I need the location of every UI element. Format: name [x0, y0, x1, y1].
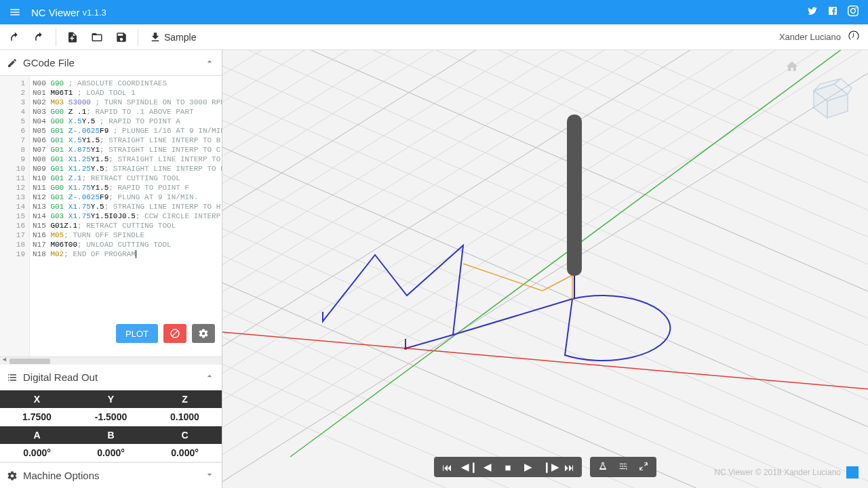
svg-line-28: [222, 118, 868, 470]
view-cube[interactable]: [800, 70, 854, 125]
stop-button[interactable]: ■: [502, 462, 514, 473]
svg-line-27: [222, 91, 868, 443]
dro-header-y: Y: [74, 390, 148, 408]
dro-header-z: Z: [148, 390, 222, 408]
chevron-down-icon: [204, 469, 215, 482]
settings-button[interactable]: [192, 324, 215, 343]
dro-value-y: -1.5000: [74, 408, 148, 426]
dashboard-icon[interactable]: [848, 30, 860, 45]
dro-panel-header[interactable]: Digital Read Out: [0, 365, 222, 390]
svg-line-13: [222, 50, 868, 172]
plot-button[interactable]: PLOT: [116, 324, 158, 343]
play-reverse-button[interactable]: ◀: [481, 461, 494, 473]
dro-header-c: C: [148, 426, 222, 444]
dro-value-a: 0.000°: [0, 444, 74, 462]
list-icon: [7, 372, 23, 383]
sliders-icon[interactable]: [617, 462, 629, 473]
username[interactable]: Xander Luciano: [779, 32, 841, 42]
svg-line-42: [222, 118, 868, 470]
sample-label: Sample: [164, 32, 196, 43]
redo-button[interactable]: [28, 26, 50, 48]
sample-button[interactable]: Sample: [144, 28, 201, 46]
svg-line-23: [222, 50, 868, 335]
svg-point-49: [404, 347, 407, 350]
new-file-button[interactable]: [62, 26, 83, 48]
logo-icon: [846, 466, 859, 479]
dro-value-b: 0.000°: [74, 444, 148, 462]
chevron-up-icon: [204, 371, 215, 384]
facebook-icon[interactable]: [827, 5, 838, 19]
svg-line-26: [222, 64, 868, 416]
dro-table: X Y Z 1.7500 -1.5000 0.1000 A B C 0.000°…: [0, 390, 222, 462]
flask-icon[interactable]: [597, 462, 609, 473]
tool-marker: [567, 115, 582, 299]
home-icon[interactable]: [785, 60, 799, 77]
code-editor[interactable]: 12345678910111213141516171819 N00 G90 ; …: [0, 76, 222, 357]
download-icon: [149, 31, 161, 43]
svg-line-19: [222, 50, 868, 226]
editor-scrollbar[interactable]: [0, 357, 222, 365]
svg-line-29: [222, 145, 868, 488]
svg-line-32: [222, 226, 868, 488]
machine-panel-header[interactable]: Machine Options: [0, 462, 222, 488]
dro-value-x: 1.7500: [0, 408, 74, 426]
svg-line-30: [222, 172, 868, 488]
play-button[interactable]: ▶: [522, 461, 534, 473]
svg-line-45: [542, 275, 572, 291]
svg-line-41: [222, 50, 868, 335]
app-version: v1.1.3: [82, 7, 106, 18]
collapse-icon[interactable]: [637, 462, 650, 473]
svg-line-17: [222, 50, 868, 64]
gcode-panel-header[interactable]: GCode File: [0, 50, 222, 76]
svg-line-11: [222, 50, 868, 226]
sidebar: GCode File 12345678910111213141516171819…: [0, 50, 222, 488]
line-gutter: 12345678910111213141516171819: [0, 76, 30, 357]
edit-icon: [7, 58, 23, 68]
svg-line-7: [222, 50, 868, 335]
svg-line-9: [222, 50, 868, 281]
twitter-icon[interactable]: [807, 5, 818, 19]
svg-line-31: [222, 199, 868, 488]
code-content[interactable]: N00 G90 ; ABSOLUTE COORDINTAESN01 M06T1 …: [30, 76, 222, 357]
social-links: [807, 5, 863, 19]
playback-controls: ⏮ ◀❙ ◀ ■ ▶ ❙▶ ⏭: [434, 457, 656, 477]
step-forward-button[interactable]: ❙▶: [542, 461, 555, 473]
open-file-button[interactable]: [86, 26, 108, 48]
svg-line-3: [222, 50, 868, 443]
x-axis: [222, 332, 868, 389]
svg-rect-47: [567, 115, 582, 276]
dro-panel-title: Digital Read Out: [23, 371, 204, 383]
viewport-grid: [222, 50, 868, 488]
app-title: NC Viewer: [31, 7, 79, 18]
skip-start-button[interactable]: ⏮: [441, 462, 453, 473]
main-toolbar: Sample Xander Luciano: [0, 24, 868, 50]
dro-header-a: A: [0, 426, 74, 444]
dro-value-c: 0.000°: [148, 444, 222, 462]
app-topbar: NC Viewer v1.1.3: [0, 0, 868, 24]
dro-header-b: B: [74, 426, 148, 444]
watermark: NC Viewer © 2018 Xander Luciano: [714, 466, 859, 479]
save-file-button[interactable]: [111, 26, 132, 48]
chevron-up-icon: [204, 56, 215, 69]
rapids: [463, 264, 572, 299]
gear-icon: [7, 470, 23, 481]
3d-viewport[interactable]: ⏮ ◀❙ ◀ ■ ▶ ❙▶ ⏭ NC Viewer © 2018 Xander …: [222, 50, 868, 488]
svg-line-43: [222, 253, 868, 488]
svg-line-44: [463, 264, 542, 291]
gcode-panel-title: GCode File: [23, 57, 204, 68]
dro-header-x: X: [0, 390, 74, 408]
svg-line-33: [222, 253, 868, 488]
toolpath: [323, 245, 670, 361]
undo-button[interactable]: [4, 26, 26, 48]
step-back-button[interactable]: ◀❙: [461, 461, 473, 473]
skip-end-button[interactable]: ⏭: [563, 462, 575, 473]
dro-value-z: 0.1000: [148, 408, 222, 426]
svg-line-21: [222, 50, 868, 281]
instagram-icon[interactable]: [848, 5, 859, 19]
menu-icon[interactable]: [5, 3, 24, 22]
clear-button[interactable]: [163, 324, 186, 343]
machine-panel-title: Machine Options: [23, 470, 204, 481]
